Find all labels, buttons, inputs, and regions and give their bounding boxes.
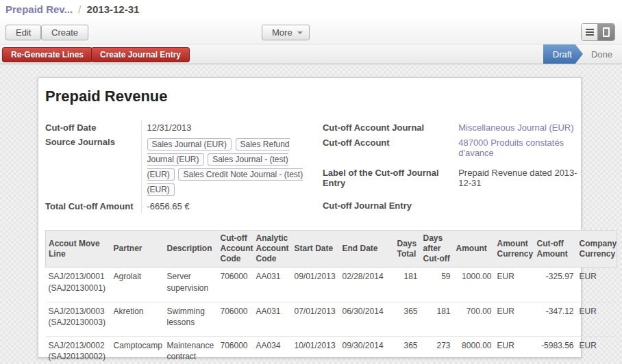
cell-cutoff_amount: -325.97 [534, 268, 577, 302]
more-button-label: More [272, 27, 293, 38]
cell-amount: 700.00 [453, 302, 495, 336]
form-icon [603, 27, 610, 37]
table-header-row: Accout Move LinePartnerDescriptionCut-of… [46, 231, 617, 268]
field-group-right: Cut-off Account Journal Miscellaneous Jo… [323, 120, 581, 213]
cell-end_date: 06/30/2014 [340, 302, 395, 336]
create-journal-entry-button[interactable]: Create Journal Entry [91, 47, 190, 62]
column-header-partner[interactable]: Partner [111, 231, 164, 268]
cell-move_line: SAJ/2013/0001 (SAJ20130001) [46, 268, 111, 302]
action-bar: Re-Generate Lines Create Journal Entry D… [0, 44, 622, 64]
cell-days_total: 365 [395, 337, 421, 364]
cell-analytic_account: AA031 [253, 302, 292, 336]
column-header-analytic_account[interactable]: Analytic Account Code [253, 231, 292, 268]
cell-cutoff_amount: -347.12 [534, 302, 577, 336]
table-row[interactable]: SAJ/2013/0003 (SAJ20130003)AkretionSwimm… [46, 302, 617, 336]
cell-amount_currency: EUR [495, 337, 534, 364]
cell-start_date: 07/01/2013 [292, 302, 340, 336]
cell-start_date: 09/01/2013 [292, 268, 340, 302]
cell-amount_currency: EUR [495, 268, 534, 302]
cell-cutoff_account: 706000 [218, 268, 253, 302]
list-view-button[interactable] [582, 24, 598, 40]
cutoff-date-value: 12/31/2013 [141, 120, 317, 135]
cutoff-lines-table: Accout Move LinePartnerDescriptionCut-of… [45, 230, 617, 364]
total-cutoff-amount-value: -6656.65 € [141, 199, 317, 213]
cell-amount_currency: EUR [495, 302, 534, 336]
caret-down-icon [297, 31, 303, 34]
cell-move_line: SAJ/2013/0002 (SAJ20130002) [46, 337, 111, 364]
breadcrumb-current: 2013-12-31 [87, 3, 140, 15]
cell-description: Swimming lessons [164, 302, 218, 336]
cutoff-journal-entry-value [458, 192, 581, 214]
cell-cutoff_amount: -5983.56 [534, 337, 577, 364]
cell-company_currency: EUR [577, 337, 617, 364]
cell-cutoff_account: 706000 [218, 337, 253, 364]
column-header-company_currency[interactable]: Company Currency [577, 231, 617, 268]
cell-company_currency: EUR [577, 268, 617, 302]
regenerate-lines-button[interactable]: Re-Generate Lines [2, 47, 92, 62]
column-header-cutoff_amount[interactable]: Cut-off Amount [534, 231, 577, 268]
cell-amount: 8000.00 [453, 337, 495, 364]
edit-button[interactable]: Edit [5, 25, 41, 40]
cell-cutoff_account: 706000 [218, 302, 253, 336]
breadcrumb: Prepaid Rev... / 2013-12-31 [0, 0, 622, 19]
more-button[interactable]: More [262, 25, 310, 40]
breadcrumb-separator: / [75, 3, 84, 15]
statusbar-state-done[interactable]: Done [583, 44, 622, 64]
cell-end_date: 02/28/2014 [340, 268, 395, 302]
column-header-days_total[interactable]: Days Total [395, 231, 421, 268]
toolbar: Edit Create More [0, 19, 622, 44]
cutoff-account-journal-value[interactable]: Miscellaneous Journal (EUR) [458, 120, 581, 135]
total-cutoff-amount-label: Total Cut-off Amount [45, 199, 141, 213]
column-header-end_date[interactable]: End Date [340, 231, 395, 268]
cell-days_after: 59 [421, 268, 453, 302]
cell-end_date: 09/30/2014 [340, 337, 395, 364]
cell-partner: Camptocamp [111, 337, 164, 364]
column-header-move_line[interactable]: Accout Move Line [46, 231, 111, 268]
cell-analytic_account: AA031 [253, 268, 292, 302]
column-header-start_date[interactable]: Start Date [292, 231, 340, 268]
cutoff-account-label: Cut-off Account [323, 135, 458, 161]
entry-label-value: Prepaid Revenue dated 2013-12-31 [458, 161, 581, 192]
field-group-left: Cut-off Date 12/31/2013 Source Journals … [45, 120, 317, 213]
statusbar-state-draft[interactable]: Draft [543, 44, 583, 64]
cutoff-date-label: Cut-off Date [45, 120, 141, 135]
journal-tag[interactable]: Sales Journal (EUR) [147, 138, 232, 151]
list-icon [586, 31, 594, 33]
view-switcher [581, 23, 615, 41]
column-header-days_after[interactable]: Days after Cut-off [421, 231, 453, 268]
table-body: SAJ/2013/0001 (SAJ20130001)AgrolaitServe… [46, 268, 617, 364]
cell-days_total: 181 [395, 268, 421, 302]
create-button[interactable]: Create [41, 25, 88, 40]
source-journals-tags: Sales Journal (EUR) Sales Refund Journal… [147, 137, 317, 197]
table-row[interactable]: SAJ/2013/0002 (SAJ20130002)CamptocampMai… [46, 337, 617, 364]
cutoff-journal-entry-label: Cut-off Journal Entry [323, 192, 458, 214]
column-header-amount[interactable]: Amount [453, 231, 495, 268]
field-groups: Cut-off Date 12/31/2013 Source Journals … [45, 120, 581, 213]
cell-days_total: 365 [395, 302, 421, 336]
cell-description: Maintenance contract [164, 337, 218, 364]
form-view-button[interactable] [598, 24, 614, 40]
cell-partner: Agrolait [111, 268, 164, 302]
column-header-cutoff_account[interactable]: Cut-off Account Code [218, 231, 253, 268]
cell-partner: Akretion [111, 302, 164, 336]
cell-company_currency: EUR [577, 302, 617, 336]
cell-days_after: 181 [421, 302, 453, 336]
cell-amount: 1000.00 [453, 268, 495, 302]
form-sheet: Prepaid Revenue Cut-off Date 12/31/2013 … [38, 77, 582, 358]
page-title: Prepaid Revenue [45, 88, 581, 105]
cell-analytic_account: AA034 [253, 337, 292, 364]
cell-description: Server supervision [164, 268, 218, 302]
column-header-amount_currency[interactable]: Amount Currency [495, 231, 534, 268]
column-header-description[interactable]: Description [164, 231, 218, 268]
source-journals-label: Source Journals [45, 135, 141, 199]
cell-move_line: SAJ/2013/0003 (SAJ20130003) [46, 302, 111, 336]
cutoff-account-value[interactable]: 487000 Produits constatés d'avance [458, 135, 581, 161]
cell-start_date: 10/01/2013 [292, 337, 340, 364]
entry-label-label: Label of the Cut-off Journal Entry [323, 161, 458, 192]
breadcrumb-parent-link[interactable]: Prepaid Rev... [5, 3, 73, 15]
table-row[interactable]: SAJ/2013/0001 (SAJ20130001)AgrolaitServe… [46, 268, 617, 302]
cell-days_after: 273 [421, 337, 453, 364]
statusbar: Draft Done [543, 44, 622, 64]
cutoff-account-journal-label: Cut-off Account Journal [323, 120, 458, 135]
